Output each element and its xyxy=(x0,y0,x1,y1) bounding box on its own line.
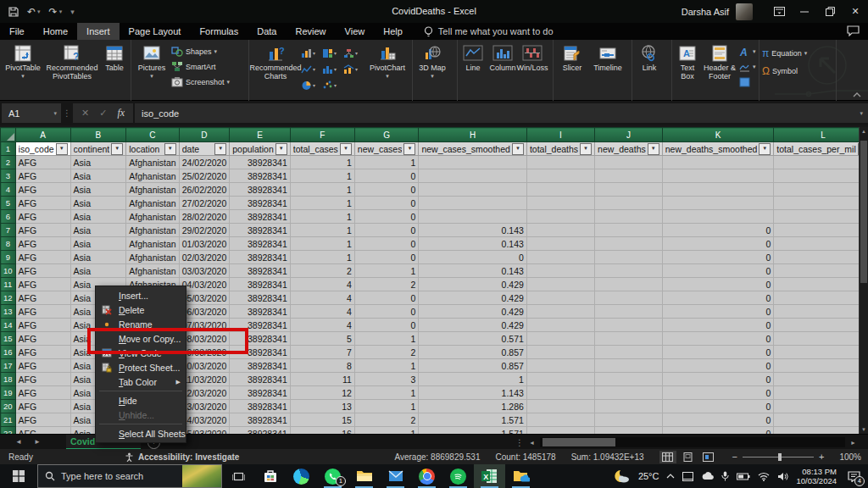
row-number-4[interactable]: 4 xyxy=(1,183,16,197)
cancel-button[interactable]: ✕ xyxy=(81,108,89,119)
cell[interactable]: Afghanistan xyxy=(126,224,179,237)
cell[interactable]: 1 xyxy=(290,169,354,183)
search-input[interactable]: Type here to search xyxy=(37,464,222,488)
cell[interactable]: AFG xyxy=(15,210,70,224)
cell[interactable] xyxy=(526,224,594,237)
scroll-down-arrow[interactable]: ▼ xyxy=(860,427,868,432)
taskbar-app-edge[interactable] xyxy=(286,464,317,488)
cell[interactable] xyxy=(595,264,663,278)
cell[interactable]: 1 xyxy=(419,373,526,386)
column-header-C[interactable]: C xyxy=(126,128,179,142)
tab-formulas[interactable]: Formulas xyxy=(190,23,248,40)
cell[interactable] xyxy=(526,373,594,386)
cell[interactable]: 8 xyxy=(290,359,354,373)
row-number-13[interactable]: 13 xyxy=(1,305,16,319)
taskbar-app-chrome[interactable] xyxy=(411,464,442,488)
tab-help[interactable]: Help xyxy=(374,23,412,40)
cell[interactable]: Afghanistan xyxy=(126,156,179,169)
taskbar-app-store[interactable] xyxy=(254,464,286,488)
next-sheet-button[interactable]: ► xyxy=(34,438,41,446)
cell[interactable]: 0 xyxy=(774,413,868,427)
cell[interactable]: 38928341 xyxy=(230,156,290,169)
cell[interactable] xyxy=(595,413,663,427)
cell[interactable]: 1 xyxy=(290,224,354,237)
cell[interactable]: 0 xyxy=(354,251,419,264)
cell[interactable] xyxy=(526,332,594,346)
taskbar-app-onedrive-folder[interactable] xyxy=(505,464,537,488)
insert-line-chart-button[interactable]: ▾ xyxy=(301,61,322,77)
cell[interactable]: 38928341 xyxy=(230,264,290,278)
customize-qat-button[interactable]: ▾ xyxy=(70,8,75,16)
row-number-15[interactable]: 15 xyxy=(1,332,16,346)
cell[interactable]: 0 xyxy=(774,359,868,373)
cell[interactable]: 0 xyxy=(662,264,774,278)
cell[interactable]: AFG xyxy=(15,413,70,427)
search-highlight-image[interactable] xyxy=(182,465,221,487)
cell[interactable]: 0 xyxy=(662,278,774,291)
cell[interactable]: 0 xyxy=(774,156,868,169)
cell[interactable]: 2 xyxy=(290,264,354,278)
cell[interactable]: 1.143 xyxy=(419,386,526,400)
cell[interactable]: 0.143 xyxy=(419,237,526,251)
cell[interactable]: AFG xyxy=(15,373,70,386)
header-cell-location[interactable]: location▼ xyxy=(126,142,179,156)
cell[interactable]: 0.429 xyxy=(419,319,526,332)
zoom-in-button[interactable]: + xyxy=(819,452,824,462)
taskbar-clock[interactable]: 08:13 PM 10/03/2024 xyxy=(796,467,837,486)
cell[interactable]: 0.143 xyxy=(419,264,526,278)
cell[interactable]: AFG xyxy=(15,386,70,400)
cell[interactable] xyxy=(595,169,663,183)
tell-me-search[interactable]: Tell me what you want to do xyxy=(424,23,554,40)
filter-dropdown-icon[interactable]: ▼ xyxy=(648,143,659,155)
horizontal-scrollbar-track[interactable] xyxy=(540,437,845,447)
accessibility-status[interactable]: Accessibility: Investigate xyxy=(125,452,240,462)
cell[interactable] xyxy=(662,183,774,197)
taskbar-app-whatsapp[interactable]: 1 xyxy=(317,464,348,488)
cell[interactable]: 38928341 xyxy=(230,210,290,224)
horizontal-scrollbar-thumb[interactable] xyxy=(542,438,615,446)
cell[interactable] xyxy=(526,305,594,319)
cell[interactable]: AFG xyxy=(15,305,70,319)
cell[interactable]: 4 xyxy=(290,291,354,305)
cell[interactable] xyxy=(526,400,594,413)
smartart-button[interactable]: SmartArt xyxy=(171,59,230,74)
cell[interactable] xyxy=(595,346,663,359)
cell[interactable]: 0 xyxy=(662,291,774,305)
pivotchart-button[interactable]: PivotChart ▾ xyxy=(366,42,409,79)
cell[interactable]: 02/03/2020 xyxy=(179,251,230,264)
tab-home[interactable]: Home xyxy=(34,23,77,40)
cell[interactable]: 0 xyxy=(662,251,774,264)
column-header-H[interactable]: H xyxy=(419,128,526,142)
header-cell-total_deaths[interactable]: total_deaths▼ xyxy=(526,142,594,156)
insert-treemap-chart-button[interactable]: ▾ xyxy=(322,45,343,61)
cell[interactable] xyxy=(595,305,663,319)
insert-combo-chart-button[interactable]: ▾ xyxy=(343,61,364,77)
cell[interactable] xyxy=(526,210,594,224)
cell[interactable] xyxy=(526,183,594,197)
cell[interactable]: 0 xyxy=(774,237,868,251)
cell[interactable] xyxy=(662,197,774,210)
scroll-right-arrow[interactable]: ► xyxy=(849,440,858,446)
context-menu-item-delete[interactable]: Delete xyxy=(96,302,186,317)
header-footer-button[interactable]: Header & Footer xyxy=(702,42,737,81)
wordart-button[interactable]: A ▾ xyxy=(739,44,756,58)
column-header-K[interactable]: K xyxy=(662,128,774,142)
cell[interactable]: 0 xyxy=(354,169,419,183)
link-button[interactable]: Link xyxy=(635,42,664,73)
cell[interactable]: 11 xyxy=(290,373,354,386)
taskbar-app-excel[interactable]: X xyxy=(474,464,505,488)
cell[interactable]: Afghanistan xyxy=(126,237,179,251)
header-cell-new_deaths_smoothed[interactable]: new_deaths_smoothed▼ xyxy=(662,142,774,156)
zoom-slider-thumb[interactable] xyxy=(778,453,782,461)
cell[interactable]: Afghanistan xyxy=(126,210,179,224)
cell[interactable] xyxy=(595,156,663,169)
task-view-button[interactable] xyxy=(222,464,254,488)
recommended-charts-button[interactable]: ? Recommended Charts xyxy=(252,42,299,81)
cell[interactable] xyxy=(595,400,663,413)
column-header-J[interactable]: J xyxy=(595,128,663,142)
cell[interactable]: AFG xyxy=(15,400,70,413)
user-name[interactable]: Darsha Asif xyxy=(682,7,729,17)
row-number-2[interactable]: 2 xyxy=(1,156,16,169)
cell[interactable] xyxy=(526,291,594,305)
cell[interactable]: 4 xyxy=(290,305,354,319)
